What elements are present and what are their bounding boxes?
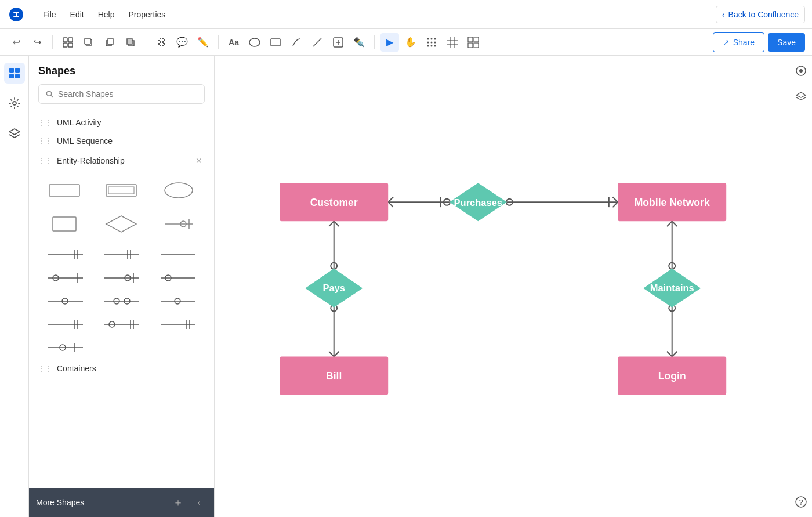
pen-button[interactable]: ✏️: [194, 33, 212, 52]
grid-full-button[interactable]: [464, 33, 483, 52]
svg-rect-3: [68, 43, 72, 47]
help-button[interactable]: ?: [793, 494, 809, 510]
shapes-panel-toggle[interactable]: [4, 63, 25, 84]
canvas[interactable]: Customer Mobile Network Purchases Pays M…: [215, 56, 789, 517]
object-tools: [59, 33, 140, 52]
svg-line-37: [51, 95, 53, 97]
layers-panel-toggle[interactable]: [4, 123, 25, 144]
svg-rect-1: [68, 38, 72, 42]
section-er[interactable]: ⋮⋮ Entity-Relationship ✕: [29, 150, 214, 171]
redo-button[interactable]: ↪: [28, 33, 46, 52]
er-line-cross-shape[interactable]: [153, 209, 205, 238]
cn-var1[interactable]: [38, 314, 92, 335]
cn-many-mandatory[interactable]: [95, 244, 148, 265]
back-btn-label: Back to Confluence: [728, 10, 799, 19]
logo[interactable]: [7, 5, 26, 24]
menu-file[interactable]: File: [37, 6, 62, 23]
main-layout: Shapes ⋮⋮ UML Activity ⋮⋮ UML Sequence ⋮…: [0, 56, 812, 517]
cn-complex[interactable]: [151, 291, 205, 312]
topbar: File Edit Help Properties ‹ Back to Conf…: [0, 0, 812, 29]
line-button[interactable]: [308, 33, 327, 52]
section-er-close[interactable]: ✕: [193, 155, 205, 167]
connector-button[interactable]: [287, 33, 306, 52]
cn-one-optional-left[interactable]: [38, 267, 92, 288]
er-weak-attr-shape[interactable]: [38, 209, 90, 238]
cn-both-one-mandatory[interactable]: [38, 291, 92, 312]
svg-line-65: [186, 250, 191, 255]
search-box[interactable]: [38, 84, 205, 104]
group-button[interactable]: [59, 33, 77, 52]
er-relation-shape[interactable]: [95, 209, 147, 238]
sidebar-header: Shapes: [29, 56, 214, 109]
view-tools: ▶ ✋: [380, 33, 483, 52]
svg-point-10: [249, 38, 260, 46]
svg-line-139: [667, 221, 672, 226]
svg-line-66: [186, 255, 191, 259]
svg-line-93: [169, 297, 171, 301]
menu-help[interactable]: Help: [92, 6, 121, 23]
undo-button[interactable]: ↩: [7, 33, 26, 52]
main-menu: File Edit Help Properties: [37, 6, 171, 23]
more-shapes-collapse-button[interactable]: ‹: [191, 494, 207, 511]
svg-rect-40: [108, 187, 134, 194]
er-weak-entity-shape[interactable]: [95, 176, 147, 205]
pencil-tool-button[interactable]: ✒️: [350, 33, 368, 52]
svg-line-96: [186, 301, 190, 306]
gliffy-logo-icon: [7, 5, 26, 24]
svg-line-91: [166, 297, 171, 301]
save-button[interactable]: Save: [768, 33, 805, 52]
hand-button[interactable]: ✋: [401, 33, 420, 52]
cn-one-optional-right[interactable]: [95, 267, 148, 288]
link-button[interactable]: ⛓: [152, 33, 171, 52]
ellipse-button[interactable]: [245, 33, 264, 52]
section-er-label: Entity-Relationship: [57, 156, 125, 165]
text-button[interactable]: Aa: [224, 33, 243, 52]
cn-var3[interactable]: [151, 314, 205, 335]
share-icon: ↗: [723, 38, 730, 47]
send-backward-button[interactable]: [121, 33, 140, 52]
search-input[interactable]: [58, 89, 197, 99]
cn-single[interactable]: [38, 337, 92, 358]
comment-button[interactable]: 💬: [173, 33, 191, 52]
cn-many-many[interactable]: [151, 244, 205, 265]
er-ellipse-shape[interactable]: [153, 176, 205, 205]
cn-var2[interactable]: [95, 314, 148, 335]
svg-line-76: [187, 273, 194, 278]
format-panel-toggle[interactable]: [793, 63, 809, 79]
section-uml-sequence[interactable]: ⋮⋮ UML Sequence: [29, 132, 214, 150]
grid-lines-button[interactable]: [443, 33, 462, 52]
toolbar-sep-1: [52, 35, 53, 49]
rectangle-button[interactable]: [266, 33, 285, 52]
grid-dots-button[interactable]: [422, 33, 441, 52]
section-containers[interactable]: ⋮⋮ Containers: [29, 359, 214, 378]
svg-rect-33: [9, 74, 14, 78]
settings-panel-toggle[interactable]: [4, 93, 25, 114]
more-shapes-plus-button[interactable]: ＋: [170, 494, 186, 511]
er-entity-shape[interactable]: [38, 176, 90, 205]
custom-shape-button[interactable]: [329, 33, 347, 52]
toolbar-sep-3: [218, 35, 219, 49]
share-button[interactable]: ↗ Share: [713, 32, 764, 52]
bring-forward-button[interactable]: [100, 33, 119, 52]
cn-many-optional[interactable]: [151, 267, 205, 288]
svg-point-14: [427, 38, 429, 39]
back-to-confluence-button[interactable]: ‹ Back to Confluence: [716, 6, 805, 23]
connector-row-3: [29, 290, 214, 313]
cn-both-optional[interactable]: [95, 291, 148, 312]
svg-line-145: [672, 352, 677, 357]
svg-rect-11: [271, 39, 280, 46]
pointer-button[interactable]: ▶: [380, 33, 399, 52]
section-uml-activity[interactable]: ⋮⋮ UML Activity: [29, 113, 214, 132]
svg-line-99: [53, 320, 58, 324]
icon-bar: [0, 56, 29, 517]
layers-right-toggle[interactable]: [793, 88, 809, 104]
duplicate-button[interactable]: [79, 33, 98, 52]
sidebar: Shapes ⋮⋮ UML Activity ⋮⋮ UML Sequence ⋮…: [29, 56, 215, 517]
menu-edit[interactable]: Edit: [64, 6, 90, 23]
menu-properties[interactable]: Properties: [122, 6, 171, 23]
svg-line-132: [334, 221, 339, 226]
cn-one-mandatory[interactable]: [38, 244, 92, 265]
svg-line-67: [188, 250, 191, 255]
er-shapes-grid: [29, 171, 214, 243]
back-chevron-icon: ‹: [722, 10, 725, 19]
